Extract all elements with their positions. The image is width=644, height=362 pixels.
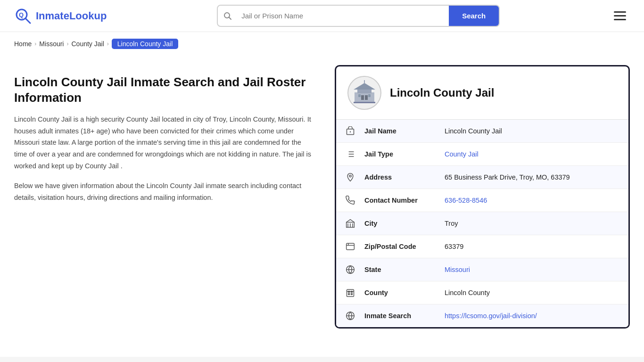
svg-rect-6 bbox=[357, 90, 372, 93]
breadcrumb-county-jail[interactable]: County Jail bbox=[71, 40, 104, 48]
svg-rect-5 bbox=[355, 92, 374, 103]
svg-rect-29 bbox=[347, 289, 354, 296]
hamburger-line-3 bbox=[614, 19, 626, 20]
info-row: Address65 Business Park Drive, Troy, MO,… bbox=[336, 166, 628, 189]
site-logo[interactable]: Q InmateLookup bbox=[14, 7, 107, 25]
icon-state bbox=[336, 258, 360, 281]
avatar bbox=[347, 76, 381, 110]
label-address: Address bbox=[360, 167, 440, 188]
info-row: Jail NameLincoln County Jail bbox=[336, 120, 628, 143]
breadcrumb-home[interactable]: Home bbox=[14, 40, 32, 48]
footer bbox=[0, 357, 644, 362]
search-area: Search bbox=[217, 5, 500, 27]
breadcrumb-chevron-1: › bbox=[34, 41, 36, 47]
link-jail-type[interactable]: County Jail bbox=[445, 150, 479, 158]
breadcrumb-chevron-2: › bbox=[66, 41, 68, 47]
label-inmate-search: Inmate Search bbox=[360, 305, 440, 326]
main-content: Lincoln County Jail Inmate Search and Ja… bbox=[0, 56, 644, 347]
breadcrumb-chevron-3: › bbox=[107, 41, 109, 47]
page-description-1: Lincoln County Jail is a high security C… bbox=[14, 114, 316, 172]
svg-line-1 bbox=[25, 18, 30, 23]
icon-phone bbox=[336, 189, 360, 212]
info-card: Lincoln County Jail Jail NameLincoln Cou… bbox=[335, 65, 630, 329]
value-inmate-search[interactable]: https://lcsomo.gov/jail-division/ bbox=[440, 305, 628, 326]
svg-line-4 bbox=[229, 17, 231, 19]
info-row: CityTroy bbox=[336, 212, 628, 235]
svg-rect-11 bbox=[368, 94, 371, 97]
search-button[interactable]: Search bbox=[449, 6, 499, 26]
breadcrumb: Home › Missouri › County Jail › Lincoln … bbox=[0, 32, 644, 56]
svg-marker-7 bbox=[354, 83, 375, 90]
logo-text: InmateLookup bbox=[36, 10, 107, 22]
info-row: CountyLincoln County bbox=[336, 281, 628, 304]
value-zip/postal-code: 63379 bbox=[440, 236, 628, 257]
svg-rect-24 bbox=[347, 243, 355, 249]
svg-rect-8 bbox=[361, 95, 364, 100]
info-row: StateMissouri bbox=[336, 258, 628, 281]
link-inmate-search[interactable]: https://lcsomo.gov/jail-division/ bbox=[445, 312, 537, 320]
label-county: County bbox=[360, 282, 440, 303]
label-state: State bbox=[360, 259, 440, 280]
page-title: Lincoln County Jail Inmate Search and Ja… bbox=[14, 74, 316, 105]
hamburger-menu[interactable] bbox=[610, 8, 630, 24]
link-state[interactable]: Missouri bbox=[445, 266, 470, 273]
value-state[interactable]: Missouri bbox=[440, 259, 628, 280]
search-wrapper: Search bbox=[217, 5, 500, 27]
info-row: Jail TypeCounty Jail bbox=[336, 143, 628, 166]
icon-jail bbox=[336, 120, 360, 142]
svg-rect-32 bbox=[348, 294, 350, 295]
info-row: Inmate Searchhttps://lcsomo.gov/jail-div… bbox=[336, 304, 628, 327]
value-address: 65 Business Park Drive, Troy, MO, 63379 bbox=[440, 167, 628, 188]
page-description-2: Below we have given information about th… bbox=[14, 180, 316, 203]
icon-zip bbox=[336, 235, 360, 258]
info-rows: Jail NameLincoln County JailJail TypeCou… bbox=[336, 120, 628, 327]
search-icon bbox=[218, 12, 238, 20]
breadcrumb-current: Lincoln County Jail bbox=[112, 39, 179, 49]
svg-rect-9 bbox=[365, 95, 368, 100]
value-county: Lincoln County bbox=[440, 282, 628, 303]
right-column: Lincoln County Jail Jail NameLincoln Cou… bbox=[335, 65, 630, 329]
label-jail-name: Jail Name bbox=[360, 121, 440, 141]
icon-county bbox=[336, 281, 360, 304]
hamburger-line-2 bbox=[614, 15, 626, 16]
icon-type bbox=[336, 143, 360, 165]
link-contact-number[interactable]: 636-528-8546 bbox=[445, 197, 487, 204]
card-header: Lincoln County Jail bbox=[336, 66, 628, 120]
value-jail-type[interactable]: County Jail bbox=[440, 144, 628, 165]
svg-text:Q: Q bbox=[19, 11, 24, 18]
svg-rect-12 bbox=[354, 102, 375, 103]
label-zip/postal-code: Zip/Postal Code bbox=[360, 236, 440, 257]
breadcrumb-missouri[interactable]: Missouri bbox=[39, 40, 64, 48]
hamburger-line-1 bbox=[614, 11, 626, 13]
logo-icon: Q bbox=[14, 7, 32, 25]
label-jail-type: Jail Type bbox=[360, 144, 440, 165]
label-contact-number: Contact Number bbox=[360, 190, 440, 211]
icon-web bbox=[336, 304, 360, 327]
info-row: Contact Number636-528-8546 bbox=[336, 189, 628, 212]
value-city: Troy bbox=[440, 213, 628, 234]
info-row: Zip/Postal Code63379 bbox=[336, 235, 628, 258]
value-jail-name: Lincoln County Jail bbox=[440, 121, 628, 141]
value-contact-number[interactable]: 636-528-8546 bbox=[440, 190, 628, 211]
svg-point-22 bbox=[349, 175, 351, 177]
icon-address bbox=[336, 166, 360, 189]
label-city: City bbox=[360, 213, 440, 234]
card-jail-name: Lincoln County Jail bbox=[390, 86, 494, 99]
search-input[interactable] bbox=[238, 6, 449, 25]
svg-rect-10 bbox=[358, 94, 361, 97]
icon-city bbox=[336, 212, 360, 235]
left-column: Lincoln County Jail Inmate Search and Ja… bbox=[14, 65, 316, 329]
svg-rect-33 bbox=[351, 294, 353, 295]
site-header: Q InmateLookup Search bbox=[0, 0, 644, 32]
